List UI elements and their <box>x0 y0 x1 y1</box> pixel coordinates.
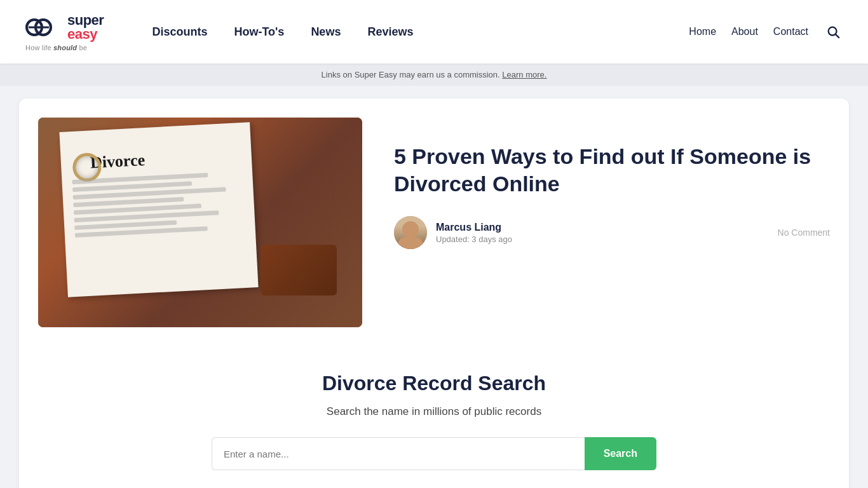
logo-svg-icon <box>25 13 64 42</box>
right-navigation: Home About Contact <box>689 22 843 41</box>
commission-bar: Links on Super Easy may earn us a commis… <box>0 64 868 86</box>
article-title: 5 Proven Ways to Find out If Someone is … <box>394 143 830 197</box>
no-comment-label: No Comment <box>778 227 830 238</box>
author-updated: Updated: 3 days ago <box>436 234 512 244</box>
search-button[interactable] <box>824 22 843 41</box>
learn-more-link[interactable]: Learn more. <box>502 70 546 79</box>
nav-home[interactable]: Home <box>689 26 716 37</box>
article-hero: Divorce <box>38 118 830 327</box>
logo-easy-text: easy <box>67 27 104 41</box>
author-name: Marcus Liang <box>436 222 512 233</box>
article-info: 5 Proven Ways to Find out If Someone is … <box>394 118 830 249</box>
nav-contact[interactable]: Contact <box>773 26 808 37</box>
article-featured-image: Divorce <box>38 118 362 327</box>
nav-howtos[interactable]: How-To's <box>224 20 294 44</box>
commission-text: Links on Super Easy may earn us a commis… <box>322 70 500 79</box>
search-widget-subtitle: Search the name in millions of public re… <box>38 405 830 418</box>
nav-about[interactable]: About <box>731 26 758 37</box>
svg-line-5 <box>836 34 839 37</box>
search-widget-title: Divorce Record Search <box>38 372 830 395</box>
site-header: super easy How life should be Discounts … <box>0 0 868 64</box>
search-submit-button[interactable]: Search <box>585 437 656 470</box>
main-navigation: Discounts How-To's News Reviews <box>142 20 689 44</box>
nav-news[interactable]: News <box>301 20 351 44</box>
divorce-paper-decoration: Divorce <box>59 122 258 297</box>
main-content: Divorce <box>0 86 868 488</box>
search-bar-row: Search <box>212 437 656 470</box>
image-decoration <box>261 245 337 295</box>
search-icon <box>826 25 840 39</box>
nav-reviews[interactable]: Reviews <box>357 20 423 44</box>
article-card: Divorce <box>19 98 849 488</box>
avatar <box>394 216 427 249</box>
logo-tagline: How life should be <box>25 44 87 51</box>
search-widget: Divorce Record Search Search the name in… <box>38 359 830 470</box>
search-input[interactable] <box>212 437 585 470</box>
nav-discounts[interactable]: Discounts <box>142 20 217 44</box>
author-details: Marcus Liang Updated: 3 days ago <box>436 222 512 244</box>
logo-super-text: super <box>67 13 104 27</box>
logo-link[interactable]: super easy How life should be <box>25 13 104 51</box>
article-meta: Marcus Liang Updated: 3 days ago No Comm… <box>394 216 830 249</box>
